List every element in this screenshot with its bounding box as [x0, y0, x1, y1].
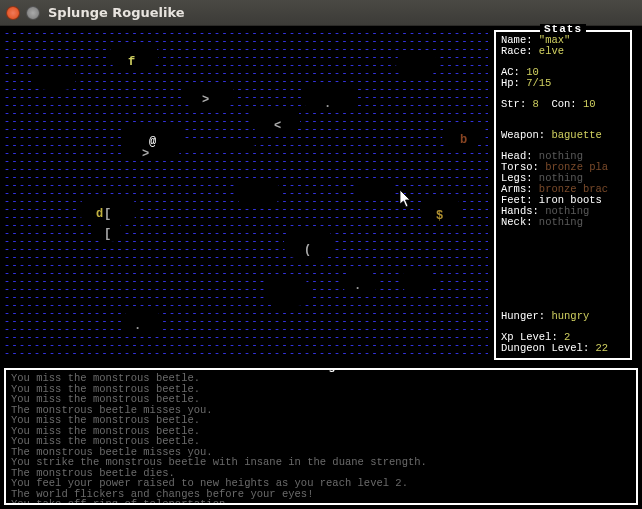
dungeon-map[interactable]: ----------------------------------------… — [4, 30, 488, 360]
map-entity: @ — [149, 136, 156, 148]
messages-panel: Messages You miss the monstrous beetle.Y… — [4, 368, 638, 505]
map-room — [400, 270, 436, 292]
map-entity: . — [354, 280, 361, 292]
message-line: You take off ring of teleportation. — [11, 499, 631, 505]
map-entity: < — [274, 120, 281, 132]
message-line: You strike the monstrous beetle with ins… — [11, 457, 631, 468]
minimize-icon[interactable] — [26, 6, 40, 20]
map-corridor — [180, 138, 256, 146]
window-buttons — [6, 6, 40, 20]
window-title: Splunge Roguelike — [48, 6, 185, 19]
game-viewport[interactable]: ----------------------------------------… — [0, 26, 642, 509]
map-entity: . — [324, 98, 331, 110]
close-icon[interactable] — [6, 6, 20, 20]
stat-dungeon: Dungeon Level: 22 — [501, 343, 625, 354]
stat-hunger: Hunger: hungry — [501, 311, 625, 322]
message-line: You miss the monstrous beetle. — [11, 415, 631, 426]
map-entity: > — [202, 94, 209, 106]
map-room — [396, 52, 438, 76]
message-line: You feel your power raised to new height… — [11, 478, 631, 489]
messages-title: Messages — [287, 368, 356, 373]
map-entity: [ — [104, 208, 111, 220]
map-entity: b — [460, 134, 467, 146]
map-room — [34, 66, 76, 90]
map-room — [236, 180, 280, 206]
message-line: You miss the monstrous beetle. — [11, 394, 631, 405]
map-room — [264, 278, 310, 306]
stat-race: Race: elve — [501, 46, 625, 57]
stat-str-con: Str: 8 Con: 10 — [501, 99, 625, 110]
map-entity: $ — [436, 210, 443, 222]
map-entity: . — [134, 320, 141, 332]
stat-weapon: Weapon: baguette — [501, 130, 625, 141]
map-entity: [ — [104, 228, 111, 240]
map-entity: ( — [304, 244, 311, 256]
map-entity: > — [142, 148, 149, 160]
slot-neck: Neck: nothing — [501, 217, 625, 228]
map-room — [122, 310, 162, 334]
stats-title: Stats — [540, 24, 586, 35]
map-entity: d — [96, 208, 103, 220]
map-room — [356, 178, 394, 200]
stats-panel: Stats Name: "max" Race: elve AC: 10 Hp: … — [494, 30, 632, 360]
message-line: You miss the monstrous beetle. — [11, 373, 631, 384]
stat-hp: Hp: 7/15 — [501, 78, 625, 89]
map-entity: f — [128, 56, 135, 68]
message-line: You miss the monstrous beetle. — [11, 436, 631, 447]
